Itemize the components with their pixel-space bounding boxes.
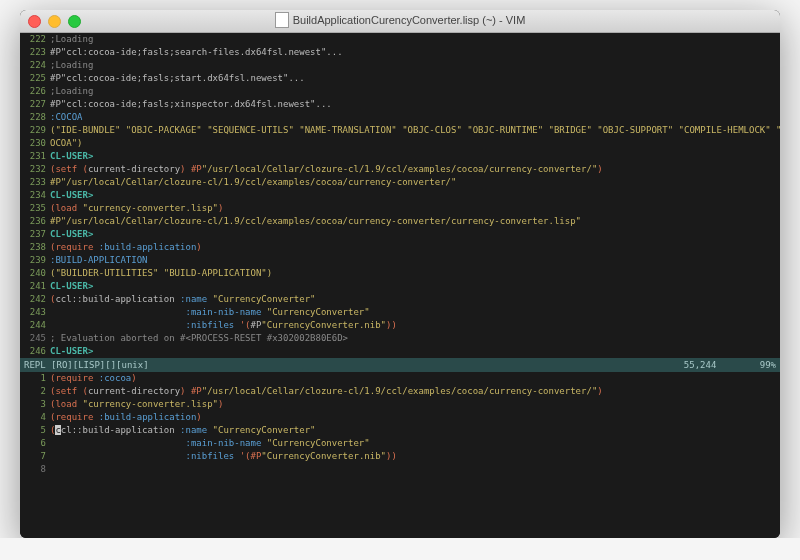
line-number: 226 xyxy=(20,85,50,98)
close-icon[interactable] xyxy=(28,15,41,28)
code-line: #P"ccl:cocoa-ide;fasls;xinspector.dx64fs… xyxy=(50,98,780,111)
minimize-icon[interactable] xyxy=(48,15,61,28)
line-number: 240 xyxy=(20,267,50,280)
code-line: ; Evaluation aborted on #<PROCESS-RESET … xyxy=(50,332,780,345)
line-number: 6 xyxy=(20,437,50,450)
code-line: #P"/usr/local/Cellar/clozure-cl/1.9/ccl/… xyxy=(50,215,780,228)
line-number: 241 xyxy=(20,280,50,293)
repl-prompt: CL-USER> xyxy=(50,189,780,202)
line-number: 7 xyxy=(20,450,50,463)
editor-area[interactable]: 222;Loading 223#P"ccl:cocoa-ide;fasls;se… xyxy=(20,33,780,538)
line-number: 236 xyxy=(20,215,50,228)
code-line: (require :build-application) xyxy=(50,411,780,424)
code-line: ;Loading xyxy=(50,59,780,72)
line-number: 2 xyxy=(20,385,50,398)
code-line: :BUILD-APPLICATION xyxy=(50,254,780,267)
line-number: 242 xyxy=(20,293,50,306)
code-line: (require :cocoa) xyxy=(50,372,780,385)
repl-prompt: CL-USER> xyxy=(50,150,780,163)
line-number: 239 xyxy=(20,254,50,267)
code-line xyxy=(50,463,780,476)
line-number: 233 xyxy=(20,176,50,189)
code-line: ("BUILDER-UTILITIES" "BUILD-APPLICATION"… xyxy=(50,267,780,280)
line-number: 246 xyxy=(20,345,50,358)
status-bar-top: REPL [RO][LISP][][unix] 55,244 99% xyxy=(20,358,780,372)
code-line: (ccl::build-application :name "CurrencyC… xyxy=(50,293,780,306)
line-number: 229 xyxy=(20,124,50,137)
line-number: 5 xyxy=(20,424,50,437)
code-line: :main-nib-name "CurrencyConverter" xyxy=(50,437,780,450)
line-number: 225 xyxy=(20,72,50,85)
code-line: :main-nib-name "CurrencyConverter" xyxy=(50,306,780,319)
line-number: 230 xyxy=(20,137,50,150)
line-number: 235 xyxy=(20,202,50,215)
code-line: ("IDE-BUNDLE" "OBJC-PACKAGE" "SEQUENCE-U… xyxy=(50,124,780,137)
code-line: (ccl::build-application :name "CurrencyC… xyxy=(50,424,780,437)
code-line: :COCOA xyxy=(50,111,780,124)
line-number: 234 xyxy=(20,189,50,202)
code-line: (load "currency-converter.lisp") xyxy=(50,398,780,411)
line-number: 243 xyxy=(20,306,50,319)
line-number: 8 xyxy=(20,463,50,476)
window-frame: BuildApplicationCurencyConverter.lisp (~… xyxy=(20,10,780,538)
line-number: 228 xyxy=(20,111,50,124)
empty-editor-space[interactable] xyxy=(20,476,780,538)
repl-prompt: CL-USER> xyxy=(50,228,780,241)
line-number: 224 xyxy=(20,59,50,72)
code-line: (setf (current-directory) #P"/usr/local/… xyxy=(50,163,780,176)
code-line: :nibfiles '(#P"CurrencyConverter.nib")) xyxy=(50,450,780,463)
status-position: 55,244 99% xyxy=(684,358,776,372)
window-title: BuildApplicationCurencyConverter.lisp (~… xyxy=(20,13,780,29)
status-file: REPL [RO][LISP][][unix] xyxy=(24,358,149,372)
line-number: 237 xyxy=(20,228,50,241)
code-line: (setf (current-directory) #P"/usr/local/… xyxy=(50,385,780,398)
code-line: ;Loading xyxy=(50,85,780,98)
line-number: 238 xyxy=(20,241,50,254)
document-icon xyxy=(275,12,289,28)
line-number: 227 xyxy=(20,98,50,111)
line-number: 4 xyxy=(20,411,50,424)
line-number: 231 xyxy=(20,150,50,163)
line-number: 223 xyxy=(20,46,50,59)
code-line: #P"ccl:cocoa-ide;fasls;search-files.dx64… xyxy=(50,46,780,59)
code-line: #P"ccl:cocoa-ide;fasls;start.dx64fsl.new… xyxy=(50,72,780,85)
code-line: OCOA") xyxy=(50,137,780,150)
code-line: (require :build-application) xyxy=(50,241,780,254)
repl-prompt: CL-USER> xyxy=(50,345,780,358)
traffic-lights xyxy=(20,15,81,28)
line-number: 244 xyxy=(20,319,50,332)
zoom-icon[interactable] xyxy=(68,15,81,28)
code-line: ;Loading xyxy=(50,33,780,46)
line-number: 245 xyxy=(20,332,50,345)
line-number: 222 xyxy=(20,33,50,46)
code-line: #P"/usr/local/Cellar/clozure-cl/1.9/ccl/… xyxy=(50,176,780,189)
line-number: 3 xyxy=(20,398,50,411)
line-number: 1 xyxy=(20,372,50,385)
titlebar[interactable]: BuildApplicationCurencyConverter.lisp (~… xyxy=(20,10,780,33)
code-line: :nibfiles '(#P"CurrencyConverter.nib")) xyxy=(50,319,780,332)
line-number: 232 xyxy=(20,163,50,176)
repl-prompt: CL-USER> xyxy=(50,280,780,293)
code-line: (load "currency-converter.lisp") xyxy=(50,202,780,215)
